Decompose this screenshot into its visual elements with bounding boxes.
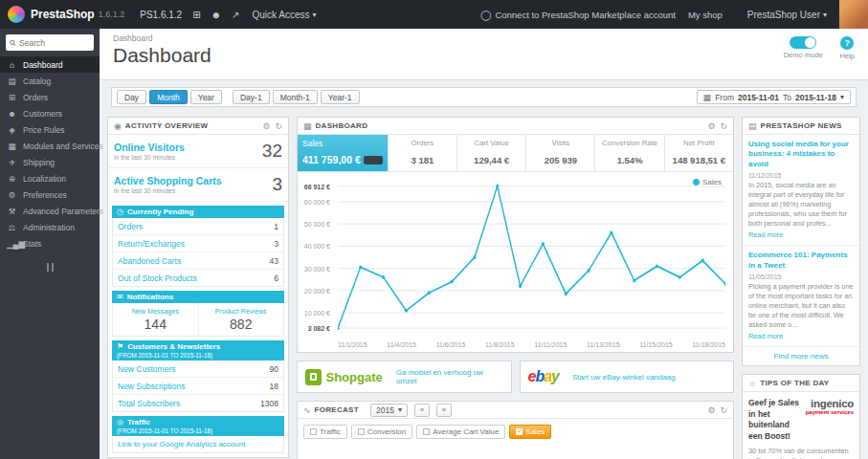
sales-kpi-badge (364, 156, 383, 164)
sidebar-item-dashboard[interactable]: ⌂ Dashboard (0, 56, 100, 73)
sidebar-item-advanced-parameters[interactable]: ⚒ Advanced Parameters (0, 203, 100, 219)
preferences-icon: ⚙ (7, 190, 17, 200)
kpi-orders[interactable]: Orders 3 181 (389, 135, 457, 171)
sidebar-item-price-rules[interactable]: ◈ Price Rules (0, 121, 100, 138)
legend-dot-icon (693, 179, 700, 186)
cart-icon[interactable]: ⊞ (192, 10, 200, 20)
demo-mode-label: Demo mode (784, 51, 823, 59)
list-item[interactable]: New Customers 90 (113, 361, 283, 378)
ebay-link[interactable]: Start uw eBay-winkel vandaag (572, 373, 676, 382)
filter-day-button[interactable]: Day (117, 90, 146, 104)
news-headline-link[interactable]: Ecommerce 101: Payments in a Tweet (748, 251, 854, 271)
shopgate-ad[interactable]: Shopgate Ga mobiel en verhoog uw omzet (297, 361, 512, 393)
currently-pending-title: Currently Pending (127, 208, 193, 216)
find-more-news-link[interactable]: Find more news (743, 346, 859, 365)
marketplace-link[interactable]: ◯ Connect to PrestaShop Marketplace acco… (480, 10, 676, 20)
panel-refresh-icon[interactable]: ↻ (720, 121, 727, 131)
list-item[interactable]: Orders 1 (113, 218, 283, 235)
search-input[interactable] (19, 38, 90, 48)
my-shop-link[interactable]: My shop (688, 10, 723, 20)
panel-settings-icon[interactable]: ⚙ (262, 121, 270, 131)
kpi-conversion-rate[interactable]: Conversion Rate 1.54% (595, 135, 664, 171)
sidebar-item-preferences[interactable]: ⚙ Preferences (0, 186, 100, 203)
toggle-average-cart-value[interactable]: Average Cart Value (416, 425, 505, 439)
help-icon[interactable]: ? (840, 36, 854, 50)
chart-x-axis: 11/1/2015 11/4/2015 11/6/2015 11/8/2015 … (338, 341, 725, 348)
orders-icon: ⊞ (7, 93, 17, 102)
help-control[interactable]: ? Help (840, 36, 855, 60)
sidebar-item-modules[interactable]: ▦ Modules and Services (0, 138, 100, 154)
sidebar-item-shipping[interactable]: ✈ Shipping (0, 154, 100, 170)
filter-day-1-button[interactable]: Day-1 (233, 90, 270, 104)
prestashop-logo-icon (8, 6, 25, 23)
user-menu[interactable]: PrestaShop User ▾ (747, 10, 827, 20)
sidebar-item-customers[interactable]: ☻ Customers (0, 105, 100, 121)
kpi-cart-value[interactable]: Cart Value 129,44 € (457, 135, 526, 171)
x-tick: 11/6/2015 (436, 341, 466, 348)
main-content: Dashboard Dashboard Demo mode ? Help Day… (100, 29, 868, 459)
forecast-year-value: 2015 (376, 405, 394, 415)
active-carts-sub: in the last 30 minutes (114, 187, 222, 194)
prestashop-logo[interactable]: PrestaShop 1.6.1.2 (8, 6, 124, 23)
next-period-button[interactable]: » (436, 404, 452, 417)
row-value: 43 (270, 256, 278, 266)
news-headline-link[interactable]: Using social media for your business: 4 … (748, 140, 854, 169)
kpi-visits[interactable]: Visits 205 939 (526, 135, 595, 171)
panel-refresh-icon[interactable]: ↻ (275, 121, 282, 131)
sidebar-item-catalog[interactable]: ▤ Catalog (0, 73, 100, 89)
panel-settings-icon[interactable]: ⚙ (707, 121, 715, 131)
filter-year-1-button[interactable]: Year-1 (321, 90, 360, 104)
y-tick: 60 000 € (304, 198, 330, 205)
shop-name-link[interactable]: PS1.6.1.2 (140, 10, 182, 20)
sidebar-item-administration[interactable]: ⚖ Administration (0, 219, 100, 235)
ebay-ad[interactable]: ebay Start uw eBay-winkel vandaag (520, 361, 735, 393)
date-range-picker[interactable]: ▦ From 2015-11-01 To 2015-11-18 ▾ (697, 90, 851, 104)
read-more-link[interactable]: Read more (748, 332, 854, 340)
sidebar-item-label: Orders (23, 93, 48, 102)
sidebar-item-localization[interactable]: ⊕ Localization (0, 170, 100, 186)
shopgate-link[interactable]: Ga mobiel en verhoog uw omzet (396, 368, 503, 385)
advanced-parameters-icon: ⚒ (7, 207, 17, 216)
previous-period-button[interactable]: « (414, 404, 430, 417)
panel-refresh-icon[interactable]: ↻ (720, 405, 727, 415)
sidebar: ⌂ Dashboard ▤ Catalog ⊞ Orders ☻ Custome… (0, 29, 100, 459)
news-icon: ▤ (748, 121, 757, 131)
new-messages-cell[interactable]: New Messages 144 (113, 303, 198, 336)
caret-down-icon: ▾ (398, 405, 402, 414)
quick-access-menu[interactable]: Quick Access ▾ (252, 10, 316, 20)
row-value: 90 (270, 364, 278, 374)
toggle-traffic[interactable]: Traffic (303, 425, 347, 439)
sidebar-search[interactable] (6, 34, 94, 51)
panel-settings-icon[interactable]: ⚙ (707, 405, 715, 415)
x-tick: 11/18/2015 (692, 341, 725, 348)
read-more-link[interactable]: Read more (748, 230, 854, 239)
sidebar-item-stats[interactable]: ▁▄▆ Stats (0, 235, 100, 251)
kpi-sales[interactable]: Sales 411 759,00 € (298, 135, 389, 171)
forecast-panel-header: ∿ FORECAST 2015 ▾ « » ⚙ ↻ (298, 402, 733, 419)
toggle-sales[interactable]: Sales (509, 425, 551, 439)
google-analytics-link[interactable]: Link to your Google Analytics account (112, 436, 284, 453)
demo-mode-control[interactable]: Demo mode (784, 36, 823, 60)
customers-icon[interactable]: ☻ (211, 10, 222, 20)
collapse-menu-button[interactable] (45, 263, 56, 272)
kpi-net-profit[interactable]: Net Profit 148 918,51 € (665, 135, 733, 171)
x-tick: 11/8/2015 (485, 341, 515, 348)
user-avatar[interactable] (839, 0, 868, 29)
news-panel-header: ▤ PRESTASHOP NEWS (743, 118, 859, 135)
sidebar-item-orders[interactable]: ⊞ Orders (0, 89, 100, 105)
list-item[interactable]: Out of Stock Products 6 (113, 270, 283, 286)
list-item[interactable]: Total Subscribers 1308 (113, 395, 283, 411)
stats-icon[interactable]: ↗ (232, 10, 239, 20)
toggle-conversion[interactable]: Conversion (351, 425, 412, 439)
product-reviews-cell[interactable]: Product Reviews 882 (198, 303, 284, 336)
filter-month-1-button[interactable]: Month-1 (273, 90, 318, 104)
filter-month-button[interactable]: Month (149, 90, 188, 104)
forecast-year-select[interactable]: 2015 ▾ (370, 404, 408, 417)
demo-mode-toggle[interactable] (790, 36, 816, 49)
list-item[interactable]: Abandoned Carts 43 (113, 252, 283, 270)
quick-access-label: Quick Access (252, 10, 309, 20)
filter-year-button[interactable]: Year (190, 90, 222, 104)
list-item[interactable]: New Subscriptions 18 (113, 378, 283, 395)
list-item[interactable]: Return/Exchanges 3 (113, 235, 283, 252)
topbar-right: ◯ Connect to PrestaShop Marketplace acco… (480, 0, 868, 29)
